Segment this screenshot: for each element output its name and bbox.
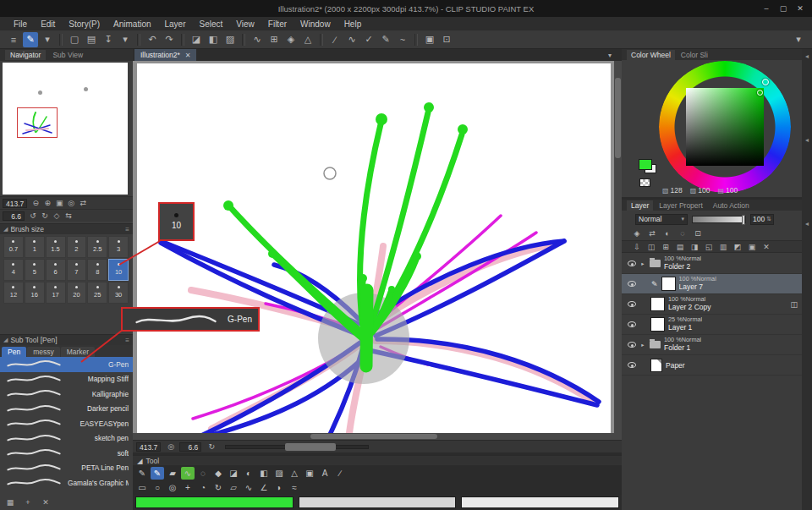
subtool-tab-marker[interactable]: Marker	[61, 347, 95, 357]
decoration-tool-icon[interactable]: ◆	[211, 467, 225, 480]
color-history-gray[interactable]	[299, 496, 457, 508]
visibility-eye-icon[interactable]	[628, 260, 636, 266]
fill-tool-icon[interactable]: ◧	[257, 467, 271, 480]
pen-tool-icon[interactable]: ✎	[151, 467, 164, 480]
transparent-color-swatch[interactable]	[639, 178, 650, 187]
rotate-right-icon[interactable]: ↻	[39, 211, 51, 222]
transfer-layer-icon[interactable]: ⇩	[630, 241, 644, 252]
brush-size-cell[interactable]: 7	[67, 259, 87, 281]
layer-thumbnail[interactable]	[650, 317, 665, 332]
pencil-tool-icon[interactable]: ✎	[135, 467, 149, 480]
expand-arrow-icon[interactable]: ▸	[639, 260, 646, 267]
visibility-eye-icon[interactable]	[628, 321, 636, 327]
close-tab-icon[interactable]: ✕	[185, 52, 191, 59]
material-icon[interactable]: ⊡	[439, 32, 454, 47]
brush-size-cell[interactable]: 17	[46, 282, 66, 304]
expand-arrow-icon[interactable]: ▸	[639, 342, 646, 348]
new-layer-icon[interactable]: ⊞	[659, 241, 672, 252]
G-Pen[interactable]: G-Pen	[0, 357, 133, 372]
layer-thumbnail[interactable]	[650, 297, 665, 311]
navigator-preview[interactable]	[3, 63, 128, 195]
delete-subtool-icon[interactable]: ✕	[40, 496, 52, 507]
operation-tool-icon[interactable]: ▱	[227, 481, 240, 494]
visibility-eye-icon[interactable]	[628, 281, 636, 287]
soft[interactable]: soft	[0, 446, 133, 461]
layer-row-layer-2-copy[interactable]: 100 %Normal Layer 2 Copy ◫	[622, 294, 802, 315]
zoom-slider-thumb[interactable]	[285, 443, 336, 451]
menu-item[interactable]: View	[229, 19, 261, 29]
brush-size-cell[interactable]: 4	[3, 259, 24, 281]
layer-thumbnail[interactable]	[661, 277, 676, 291]
divider[interactable]	[137, 34, 140, 46]
tab-color-slider[interactable]: Color Sli	[677, 50, 712, 60]
correction-pen-icon[interactable]: ✎	[378, 32, 393, 47]
snap-icon[interactable]: ∿	[250, 32, 265, 47]
document-tab[interactable]: Illustration2* ✕	[134, 49, 196, 61]
close-button[interactable]: ✕	[792, 4, 809, 13]
halftone-icon[interactable]: ◐	[661, 228, 674, 239]
menu-item[interactable]: Filter	[261, 19, 294, 29]
selection-tool-icon[interactable]: ▭	[135, 481, 149, 494]
menu-item[interactable]: Edit	[34, 19, 62, 29]
collapse-layer-panel-icon[interactable]: ◂	[805, 136, 809, 144]
visibility-eye-icon[interactable]	[628, 362, 636, 368]
brush-size-cell[interactable]: 1	[25, 236, 45, 258]
delete-layer-icon[interactable]: ✕	[760, 241, 773, 252]
clip-layer-icon[interactable]: ◨	[688, 241, 701, 252]
tool-dropdown-icon[interactable]: ▾	[40, 32, 55, 47]
layer-row-layer-7[interactable]: ✎ 100 %Normal Layer 7	[622, 274, 802, 294]
subtool-tab-pen[interactable]: Pen	[2, 347, 26, 357]
zoom-slider[interactable]	[225, 445, 369, 449]
symmetry-icon[interactable]: ◈	[283, 32, 299, 47]
status-zoom-icon[interactable]: ◎	[165, 441, 177, 452]
new-canvas-icon[interactable]: ▢	[67, 32, 82, 47]
frame-tool-icon[interactable]: ▣	[303, 467, 316, 480]
opacity-slider[interactable]	[692, 216, 746, 223]
airbrush-tool-icon[interactable]: ◌	[196, 467, 210, 480]
maximize-button[interactable]: ▢	[775, 4, 792, 13]
rotate-view-tool-icon[interactable]: ↻	[211, 481, 225, 494]
divider[interactable]	[414, 34, 418, 46]
menu-item[interactable]: Story(P)	[62, 19, 107, 29]
zoom-out-icon[interactable]: ⊖	[30, 198, 41, 209]
new-folder-icon[interactable]: ▤	[673, 241, 687, 252]
menu-item[interactable]: Layer	[158, 19, 193, 29]
collapse-color-panel-icon[interactable]: ◂	[805, 52, 809, 60]
navigator-view-rect[interactable]	[17, 107, 58, 138]
blend-mode-select[interactable]: Normal ▾	[635, 214, 688, 225]
vertical-scrollbar[interactable]	[614, 61, 622, 440]
visibility-eye-icon[interactable]	[628, 342, 636, 348]
curve-tool-icon[interactable]: ∿	[344, 32, 359, 47]
tab-auto-action[interactable]: Auto Action	[709, 200, 754, 211]
zoom-in-icon[interactable]: ⊕	[41, 198, 53, 209]
brush-tool-icon[interactable]: ∿	[181, 467, 195, 480]
brush-stroke-icon[interactable]: ~	[395, 32, 410, 47]
brush-size-cell[interactable]: 10	[108, 259, 129, 281]
sv-marker-icon[interactable]	[757, 90, 763, 96]
brush-size-cell[interactable]: 3	[108, 236, 129, 258]
balloon-tool-icon[interactable]: ◗	[272, 481, 286, 494]
zoom-tool-icon[interactable]: ◔	[196, 481, 210, 494]
hue-marker-icon[interactable]	[762, 79, 769, 85]
tab-color-wheel[interactable]: Color Wheel	[627, 50, 675, 60]
grid-view-icon[interactable]: ▦	[4, 496, 16, 507]
canvas-area[interactable]	[133, 61, 614, 433]
ruler-layer-icon[interactable]: ▣	[745, 241, 759, 252]
horizontal-scroll-thumb[interactable]	[310, 434, 437, 439]
menu-item[interactable]: Help	[337, 19, 369, 29]
layer-row-folder-2[interactable]: ▸ 100 %Normal Folder 2	[622, 254, 802, 274]
tab-sub-view[interactable]: Sub View	[47, 50, 88, 60]
menu-item[interactable]: Window	[294, 19, 337, 29]
outline-icon[interactable]: ⊡	[691, 228, 705, 239]
brush-size-cell[interactable]: 30	[108, 282, 129, 304]
menu-item[interactable]: Select	[193, 19, 230, 29]
panel-menu-icon[interactable]: ≡	[125, 226, 129, 233]
mask-layer-icon[interactable]: ◩	[731, 241, 744, 252]
actual-pixels-icon[interactable]: ◎	[65, 198, 77, 209]
panel-arrow-icon[interactable]: ▾	[791, 32, 806, 47]
save-file-icon[interactable]: ↧	[101, 32, 116, 47]
figure-tool-icon[interactable]: △	[288, 467, 301, 480]
layer-row-layer-1[interactable]: 25 %Normal Layer 1	[622, 315, 802, 335]
flip-horizontal-icon[interactable]: ⇆	[63, 211, 74, 222]
blend-tool-icon[interactable]: ◐	[242, 467, 255, 480]
